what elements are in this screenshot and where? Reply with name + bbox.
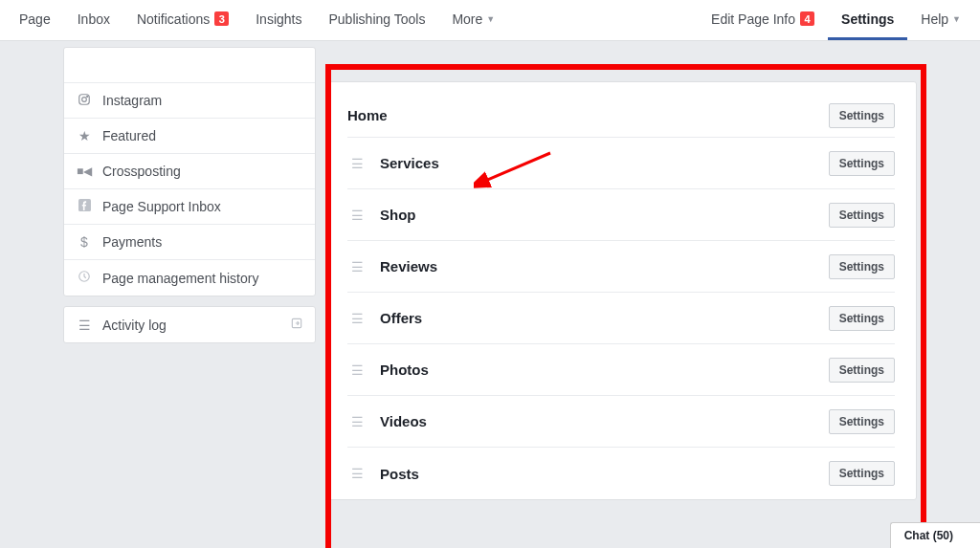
facebook-icon — [76, 199, 93, 214]
sidebar-item-label: Featured — [102, 128, 156, 143]
tab-title: Shop — [380, 207, 829, 223]
notifications-badge: 3 — [214, 11, 229, 26]
list-icon: ☰ — [76, 318, 93, 333]
tabs-panel: Home Settings ☰ Services Settings ☰ Shop… — [325, 81, 917, 500]
open-icon — [290, 317, 303, 333]
nav-help[interactable]: Help▼ — [907, 0, 974, 40]
nav-page[interactable]: Page — [6, 0, 64, 40]
nav-inbox[interactable]: Inbox — [64, 0, 123, 40]
drag-icon[interactable]: ☰ — [347, 414, 367, 429]
sidebar-item-instagram[interactable]: Instagram — [64, 83, 315, 119]
drag-icon[interactable]: ☰ — [347, 156, 367, 171]
video-icon: ■◀ — [76, 164, 93, 178]
tab-settings-button[interactable]: Settings — [829, 409, 895, 434]
tab-settings-button[interactable]: Settings — [829, 151, 895, 176]
sidebar-item-label: Page management history — [102, 271, 258, 286]
sidebar-item-featured[interactable]: ★ Featured — [64, 119, 315, 154]
chevron-down-icon: ▼ — [486, 14, 495, 24]
drag-icon[interactable]: ☰ — [347, 259, 367, 274]
nav-publishing-tools[interactable]: Publishing Tools — [315, 0, 438, 40]
drag-icon[interactable]: ☰ — [347, 311, 367, 326]
tab-row-photos[interactable]: ☰ Photos Settings — [347, 344, 895, 396]
tab-row-posts[interactable]: ☰ Posts Settings — [347, 448, 895, 499]
nav-edit-page-info[interactable]: Edit Page Info 4 — [698, 0, 828, 40]
tab-row-reviews[interactable]: ☰ Reviews Settings — [347, 241, 895, 293]
tab-settings-button[interactable]: Settings — [829, 358, 895, 383]
nav-more[interactable]: More▼ — [438, 0, 508, 40]
drag-icon[interactable]: ☰ — [347, 466, 367, 481]
sidebar-item-page-management-history[interactable]: Page management history — [64, 260, 315, 296]
sidebar-item-support-inbox[interactable]: Page Support Inbox — [64, 189, 315, 225]
sidebar-item-label: Page Support Inbox — [102, 199, 221, 214]
tab-title: Services — [380, 155, 829, 171]
tab-settings-button[interactable]: Settings — [829, 254, 895, 279]
chat-bar[interactable]: Chat (50) — [890, 522, 980, 548]
drag-icon[interactable]: ☰ — [347, 362, 367, 378]
nav-settings[interactable]: Settings — [828, 0, 907, 40]
sidebar-item-label: Activity log — [102, 318, 167, 333]
tab-settings-button[interactable]: Settings — [829, 103, 895, 128]
svg-point-1 — [82, 97, 87, 101]
tab-settings-button[interactable]: Settings — [829, 203, 895, 228]
dollar-icon: $ — [76, 234, 93, 250]
tab-settings-button[interactable]: Settings — [829, 461, 895, 486]
tab-title: Offers — [380, 310, 829, 326]
edit-info-badge: 4 — [800, 11, 814, 26]
history-icon — [76, 270, 93, 286]
sidebar-item-label: Crossposting — [102, 164, 181, 179]
tab-title: Photos — [380, 362, 829, 378]
instagram-icon — [76, 93, 93, 109]
nav-insights[interactable]: Insights — [242, 0, 315, 40]
tab-title: Home — [347, 107, 829, 123]
svg-point-2 — [87, 96, 88, 97]
tab-row-videos[interactable]: ☰ Videos Settings — [347, 396, 895, 448]
tab-row-offers[interactable]: ☰ Offers Settings — [347, 293, 895, 344]
top-nav: Page Inbox Notifications 3 Insights Publ… — [0, 0, 980, 41]
chevron-down-icon: ▼ — [952, 14, 961, 24]
tab-title: Posts — [380, 466, 829, 482]
sidebar-item-payments[interactable]: $ Payments — [64, 225, 315, 260]
tab-settings-button[interactable]: Settings — [829, 306, 895, 331]
sidebar-item-activity-log[interactable]: ☰ Activity log — [64, 307, 315, 342]
nav-notifications[interactable]: Notifications 3 — [123, 0, 242, 40]
drag-icon[interactable]: ☰ — [347, 208, 367, 223]
tab-title: Videos — [380, 413, 829, 429]
tab-row-shop[interactable]: ☰ Shop Settings — [347, 189, 895, 241]
tab-row-services[interactable]: ☰ Services Settings — [347, 138, 895, 189]
star-icon: ★ — [76, 128, 93, 143]
sidebar-item-crossposting[interactable]: ■◀ Crossposting — [64, 154, 315, 189]
tab-title: Reviews — [380, 258, 829, 274]
sidebar-item-label: Payments — [102, 234, 162, 250]
sidebar-blank — [64, 48, 315, 83]
tab-row-home: Home Settings — [347, 94, 895, 138]
sidebar-item-label: Instagram — [102, 93, 162, 108]
sidebar: Instagram ★ Featured ■◀ Crossposting Pag… — [63, 41, 316, 548]
